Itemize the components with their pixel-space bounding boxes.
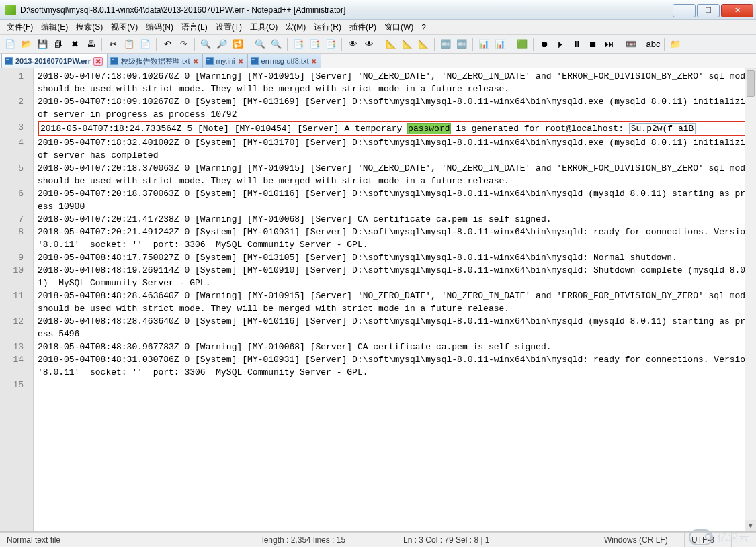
menu-item-9[interactable]: 运行(R): [310, 20, 345, 34]
menu-item-4[interactable]: 编码(N): [142, 20, 177, 34]
tab-label: my.ini: [216, 57, 235, 65]
toolbar-button-7[interactable]: ✂: [106, 37, 120, 52]
toolbar-button-26[interactable]: 👁: [362, 37, 376, 52]
close-button[interactable]: ✕: [721, 4, 753, 17]
log-line-11[interactable]: 2018-05-04T08:48:28.463640Z 0 [Warning] …: [38, 289, 756, 315]
log-line-5[interactable]: 2018-05-04T07:20:18.370063Z 0 [Warning] …: [38, 162, 756, 187]
log-line-3[interactable]: 2018-05-04T07:18:24.733564Z 5 [Note] [MY…: [38, 121, 756, 136]
menu-item-7[interactable]: 工具(O): [246, 20, 282, 34]
toolbar-button-11[interactable]: ↶: [160, 37, 175, 52]
toolbar-button-14[interactable]: 🔍: [198, 37, 213, 52]
toolbar-button-2[interactable]: 💾: [35, 37, 50, 52]
line-number: 9: [0, 251, 33, 264]
menu-item-8[interactable]: 宏(M): [282, 20, 310, 34]
toolbar-button-41[interactable]: ⏵: [553, 37, 568, 52]
toolbar-button-35[interactable]: 📊: [476, 37, 491, 52]
toolbar-button-38[interactable]: 🟩: [515, 37, 530, 52]
status-length: length : 2,354 lines : 15: [255, 533, 396, 547]
toolbar-button-1[interactable]: 📂: [19, 37, 34, 52]
line-text: is generated for root@localhost:: [451, 124, 629, 134]
menu-item-11[interactable]: 窗口(W): [380, 20, 417, 34]
toolbar-button-3[interactable]: 🗐: [51, 37, 66, 52]
log-line-9[interactable]: 2018-05-04T08:48:17.750027Z 0 [System] […: [38, 251, 756, 264]
log-line-2[interactable]: 2018-05-04T07:18:09.102670Z 0 [System] […: [38, 95, 756, 121]
close-tab-icon[interactable]: ✖: [311, 58, 317, 65]
menu-item-12[interactable]: ?: [417, 21, 430, 34]
close-tab-icon[interactable]: ✖: [193, 58, 198, 65]
document-tab-3[interactable]: errmsg-utf8.txt✖: [247, 54, 322, 68]
log-line-7[interactable]: 2018-05-04T07:20:21.417238Z 0 [Warning] …: [38, 213, 756, 226]
window-title: D:\soft\mysql\mysql-8.0.11-winx64\data\2…: [20, 5, 345, 15]
line-number: 5: [0, 162, 33, 187]
toolbar-button-4[interactable]: ✖: [67, 37, 82, 52]
scroll-thumb[interactable]: [747, 70, 755, 97]
log-line-13[interactable]: 2018-05-04T08:48:30.967783Z 0 [Warning] …: [38, 340, 756, 353]
toolbar-button-32[interactable]: 🔤: [438, 37, 453, 52]
line-number: 11: [0, 289, 33, 315]
toolbar-button-8[interactable]: 📋: [122, 37, 136, 52]
log-line-4[interactable]: 2018-05-04T07:18:32.401002Z 0 [System] […: [38, 136, 756, 162]
toolbar-button-23[interactable]: 📑: [323, 37, 338, 52]
log-line-6[interactable]: 2018-05-04T07:20:18.370063Z 0 [System] […: [38, 187, 756, 213]
toolbar-button-9[interactable]: 📄: [138, 37, 153, 52]
document-tab-2[interactable]: my.ini✖: [202, 54, 248, 68]
line-number: 10: [0, 264, 33, 289]
toolbar-separator: [533, 38, 534, 51]
toolbar-button-36[interactable]: 📊: [493, 37, 507, 52]
toolbar-button-46[interactable]: 📼: [624, 37, 638, 52]
toolbar-button-28[interactable]: 📐: [384, 37, 398, 52]
toolbar-button-44[interactable]: ⏭: [601, 37, 616, 52]
text-editor[interactable]: 2018-05-04T07:18:09.102670Z 0 [Warning] …: [34, 68, 756, 531]
toolbar-button-42[interactable]: ⏸: [569, 37, 584, 52]
toolbar-button-21[interactable]: 📑: [291, 37, 306, 52]
menu-item-10[interactable]: 插件(P): [345, 20, 380, 34]
main-toolbar: 📄📂💾🗐✖🖶✂📋📄↶↷🔍🔎🔁🔍🔍📑📑📑👁👁📐📐📐🔤🔤📊📊🟩⏺⏵⏸⏹⏭📼abc📁: [0, 35, 756, 54]
log-line-1[interactable]: 2018-05-04T07:18:09.102670Z 0 [Warning] …: [38, 70, 756, 95]
toolbar-separator: [194, 38, 195, 51]
toolbar-button-29[interactable]: 📐: [400, 37, 415, 52]
menu-item-1[interactable]: 编辑(E): [37, 20, 72, 34]
toolbar-button-12[interactable]: ↷: [176, 37, 191, 52]
toolbar-separator: [511, 38, 511, 51]
close-tab-icon[interactable]: ✖: [238, 58, 243, 65]
menu-item-0[interactable]: 文件(F): [3, 20, 37, 34]
log-line-8[interactable]: 2018-05-04T07:20:21.491242Z 0 [System] […: [38, 226, 756, 251]
file-icon: [110, 57, 118, 65]
menu-item-5[interactable]: 语言(L): [177, 20, 212, 34]
toolbar-separator: [434, 38, 435, 51]
maximize-button[interactable]: ☐: [697, 4, 720, 17]
menu-item-3[interactable]: 视图(V): [107, 20, 142, 34]
toolbar-button-48[interactable]: abc: [646, 37, 661, 52]
toolbar-button-19[interactable]: 🔍: [269, 37, 284, 52]
status-ins: [732, 533, 756, 547]
toolbar-button-5[interactable]: 🖶: [83, 37, 98, 52]
menu-item-2[interactable]: 搜索(S): [72, 20, 107, 34]
toolbar-button-15[interactable]: 🔎: [214, 37, 229, 52]
document-tab-0[interactable]: 2013-20160701PW.err✖: [1, 54, 108, 68]
window-controls: ─ ☐ ✕: [673, 3, 756, 17]
toolbar-button-50[interactable]: 📁: [668, 37, 683, 52]
menu-item-6[interactable]: 设置(T): [212, 20, 246, 34]
file-icon: [251, 57, 259, 65]
log-line-14[interactable]: 2018-05-04T08:48:31.030786Z 0 [System] […: [38, 353, 756, 379]
toolbar-button-33[interactable]: 🔤: [454, 37, 469, 52]
toolbar-button-43[interactable]: ⏹: [585, 37, 600, 52]
log-line-10[interactable]: 2018-05-04T08:48:19.269114Z 0 [System] […: [38, 264, 756, 289]
close-tab-icon[interactable]: ✖: [93, 57, 103, 66]
scroll-down-arrow-icon[interactable]: ▼: [745, 520, 756, 531]
log-line-12[interactable]: 2018-05-04T08:48:28.463640Z 0 [System] […: [38, 315, 756, 340]
toolbar-button-25[interactable]: 👁: [345, 37, 360, 52]
vertical-scrollbar[interactable]: ▲ ▼: [745, 68, 756, 531]
toolbar-button-30[interactable]: 📐: [416, 37, 431, 52]
line-number: 12: [0, 315, 33, 340]
toolbar-separator: [101, 38, 102, 51]
tab-bar: 2013-20160701PW.err✖校级报告数据整理.txt✖my.ini✖…: [0, 54, 756, 68]
toolbar-button-22[interactable]: 📑: [307, 37, 322, 52]
toolbar-button-16[interactable]: 🔁: [230, 37, 245, 52]
toolbar-button-40[interactable]: ⏺: [537, 37, 552, 52]
status-encoding: UTF-8: [685, 533, 732, 547]
document-tab-1[interactable]: 校级报告数据整理.txt✖: [107, 54, 203, 68]
toolbar-button-18[interactable]: 🔍: [253, 37, 267, 52]
toolbar-button-0[interactable]: 📄: [3, 37, 17, 52]
minimize-button[interactable]: ─: [673, 4, 696, 17]
